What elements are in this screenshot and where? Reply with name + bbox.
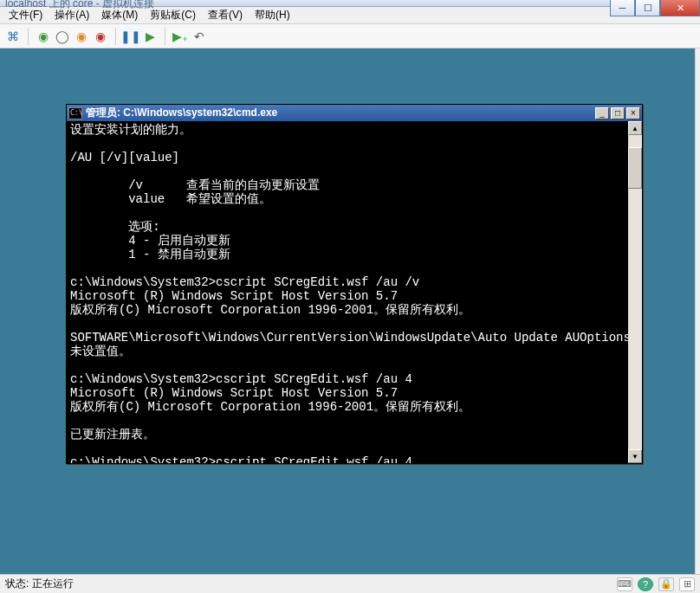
cmd-icon: C:\ [68,107,82,119]
toolbar-separator [165,28,165,45]
help-icon[interactable]: ? [638,577,653,591]
revert-icon[interactable]: ↶ [191,29,207,44]
outer-window-controls: ─ ☐ ✕ [610,0,700,16]
status-text: 状态: 正在运行 [5,577,617,591]
cmd-output[interactable]: 设置安装计划的能力。 /AU [/v][value] /v 查看当前的自动更新设… [67,121,628,463]
cmd-close-button[interactable]: × [626,107,640,119]
snapshot-icon[interactable]: ▶₊ [172,29,188,44]
save-icon[interactable]: ◉ [93,29,108,44]
toolbar-separator [115,28,116,45]
minimize-button[interactable]: ─ [610,0,635,16]
scroll-up-icon[interactable]: ▲ [628,121,642,135]
statusbar: 状态: 正在运行 ⌨ ? 🔒 ⊞ [0,574,700,593]
scroll-track[interactable] [628,135,642,449]
scroll-thumb[interactable] [628,147,642,189]
ctrl-alt-del-icon[interactable]: ⌘ [5,29,21,44]
cmd-minimize-button[interactable]: _ [595,107,609,119]
cmd-window-controls: _ □ × [595,107,640,119]
reset-icon[interactable]: ▶ [142,29,158,44]
start-icon[interactable]: ◉ [36,29,51,44]
menubar: 文件(F) 操作(A) 媒体(M) 剪贴板(C) 查看(V) 帮助(H) [0,7,700,24]
keyboard-icon[interactable]: ⌨ [617,577,632,591]
outer-titlebar: localhost 上的 core - 虚拟机连接 ─ ☐ ✕ [0,0,700,7]
network-icon[interactable]: ⊞ [679,577,695,591]
turnoff-icon[interactable]: ◯ [55,29,70,44]
toolbar: ⌘ ◉ ◯ ◉ ◉ ❚❚ ▶ ▶₊ ↶ [0,24,700,48]
pause-icon[interactable]: ❚❚ [123,29,139,44]
vm-display-area[interactable]: C:\ 管理员: C:\Windows\system32\cmd.exe _ □… [0,48,700,574]
lock-icon[interactable]: 🔒 [658,577,674,591]
cmd-title: 管理员: C:\Windows\system32\cmd.exe [86,106,595,120]
menu-help[interactable]: 帮助(H) [250,6,295,24]
right-scroll-gutter [695,48,700,574]
close-button[interactable]: ✕ [660,0,700,16]
menu-view[interactable]: 查看(V) [203,6,248,24]
status-icons: ⌨ ? 🔒 ⊞ [617,577,695,591]
cmd-window: C:\ 管理员: C:\Windows\system32\cmd.exe _ □… [66,104,643,464]
shutdown-icon[interactable]: ◉ [74,29,89,44]
cmd-scrollbar[interactable]: ▲ ▼ [628,121,642,463]
toolbar-separator [28,28,29,45]
scroll-down-icon[interactable]: ▼ [628,449,642,463]
cmd-titlebar[interactable]: C:\ 管理员: C:\Windows\system32\cmd.exe _ □… [67,105,642,121]
cmd-maximize-button[interactable]: □ [611,107,625,119]
cmd-body: 设置安装计划的能力。 /AU [/v][value] /v 查看当前的自动更新设… [67,121,642,463]
maximize-button[interactable]: ☐ [635,0,660,16]
outer-window-title: localhost 上的 core - 虚拟机连接 [5,0,154,7]
